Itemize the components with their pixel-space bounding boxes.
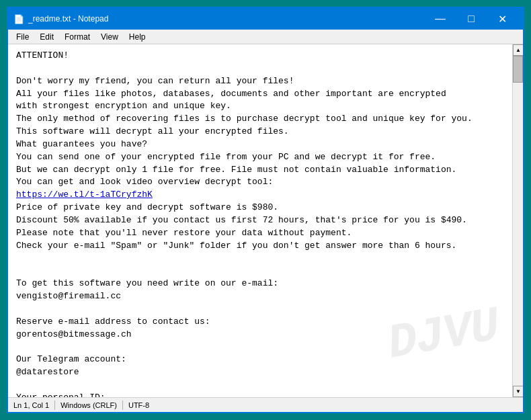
scroll-track [513,56,523,386]
title-bar: 📄 _readme.txt - Notepad — □ ✕ [8,8,523,30]
menu-format[interactable]: Format [59,31,95,43]
text-line: Our Telegram account: [16,353,504,366]
text-line: vengisto@firemail.cc [16,290,504,303]
menu-edit[interactable]: Edit [34,31,59,43]
menu-file[interactable]: File [11,31,34,43]
status-charset: UTF-8 [128,401,149,409]
text-line: But we can decrypt only 1 file for free.… [16,164,504,177]
menu-view[interactable]: View [95,31,124,43]
text-line: To get this software you need write on o… [16,278,504,290]
status-position: Ln 1, Col 1 [13,401,49,409]
scroll-up-button[interactable]: ▲ [513,44,523,56]
text-line: @datarestore [16,366,504,379]
status-encoding: Windows (CRLF) [60,401,117,409]
close-button[interactable]: ✕ [487,8,518,30]
text-line: gorentos@bitmessage.ch [16,329,504,341]
status-separator [54,401,55,410]
scroll-down-button[interactable]: ▼ [513,386,523,397]
text-line: Don't worry my friend, you can return al… [16,75,504,88]
text-line: with strongest encryption and unique key… [16,100,504,113]
app-icon: 📄 [13,13,24,24]
text-line: Price of private key and decrypt softwar… [16,202,504,214]
text-line: All your files like photos, databases, d… [16,88,504,101]
window-controls: — □ ✕ [425,8,518,30]
text-line: Discount 50% available if you contact us… [16,214,504,227]
window-title: _readme.txt - Notepad [28,14,425,24]
text-line: Reserve e-mail address to contact us: [16,316,504,329]
text-line: What guarantees you have? [16,138,504,151]
content-area: ATTENTION! Don't worry my friend, you ca… [8,44,523,397]
text-line [16,265,504,278]
hyperlink[interactable]: https://we.tl/t-1aTCryfzhK [16,190,153,200]
menu-bar: File Edit Format View Help [8,30,523,44]
text-line: ATTENTION! [16,50,504,62]
text-line [16,253,504,265]
menu-help[interactable]: Help [124,31,151,43]
maximize-button[interactable]: □ [456,8,487,30]
text-body: ATTENTION! Don't worry my friend, you ca… [16,50,504,397]
text-line [16,303,504,316]
text-line: This software will decrypt all your encr… [16,126,504,138]
text-line [16,62,504,75]
text-line [16,379,504,392]
text-line: https://we.tl/t-1aTCryfzhK [16,189,504,202]
minimize-button[interactable]: — [425,8,456,30]
text-line: The only method of recovering files is t… [16,113,504,126]
text-line: Your personal ID: [16,392,504,397]
status-bar: Ln 1, Col 1 Windows (CRLF) UTF-8 [8,397,523,412]
text-line: Please note that you'll never restore yo… [16,227,504,240]
text-line: Check your e-mail "Spam" or "Junk" folde… [16,240,504,253]
vertical-scrollbar[interactable]: ▲ ▼ [512,44,523,397]
notepad-window: 📄 _readme.txt - Notepad — □ ✕ File Edit … [7,7,524,413]
scroll-thumb[interactable] [513,56,523,83]
text-line: You can get and look video overview decr… [16,176,504,189]
text-line [16,341,504,353]
status-separator-2 [122,401,123,410]
text-line: You can send one of your encrypted file … [16,151,504,164]
text-editor[interactable]: ATTENTION! Don't worry my friend, you ca… [8,44,512,397]
